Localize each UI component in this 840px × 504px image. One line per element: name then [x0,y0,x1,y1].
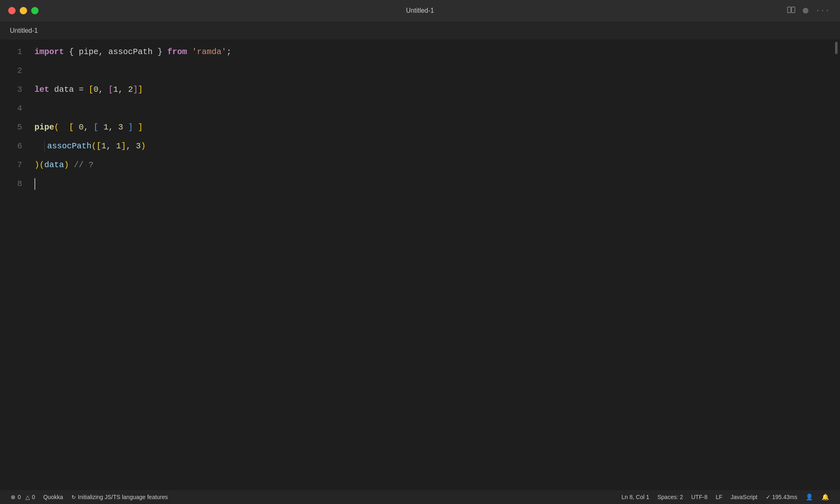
bell-icon: 🔔 [822,493,829,501]
token-let: let [34,80,49,99]
token-comment: // ? [74,156,94,175]
code-line-6: assocPath ( [ 1 , 1 ] , 3 ) [34,137,833,156]
scrollbar-thumb[interactable] [835,42,838,54]
spaces-text: Spaces: 2 [657,494,683,500]
warning-icon: △ [25,494,30,500]
more-actions-icon[interactable]: ··· [816,7,830,14]
sync-icon: ↻ [71,494,76,500]
status-position[interactable]: Ln 8, Col 1 [617,494,653,500]
line-number-7: 7 [0,156,22,175]
token-pipe: pipe [34,118,54,137]
quokka-label: Quokka [43,494,63,500]
status-line-ending[interactable]: LF [712,494,726,500]
line-numbers: 1 2 3 4 5 6 7 8 [0,40,30,490]
initializing-text: Initializing JS/TS language features [78,494,168,500]
position-text: Ln 8, Col 1 [621,494,649,500]
maximize-button[interactable] [31,7,39,14]
code-line-5: pipe ( [ 0 , [ 1 , 3 ] ] [34,118,833,137]
svg-rect-1 [792,7,795,13]
token-string-ramda: 'ramda' [192,43,226,61]
line-ending-text: LF [716,494,722,500]
line-number-2: 2 [0,61,22,80]
line-number-1: 1 [0,43,22,61]
error-icon: ⊗ [11,494,16,500]
code-line-1: import { pipe, assocPath } from 'ramda' … [34,43,833,61]
code-line-7: ) ( data ) // ? [34,156,833,175]
line-number-6: 6 [0,137,22,156]
token-assocpath: assocPath [47,137,91,156]
token-from: from [167,43,187,61]
code-line-2 [34,61,833,80]
code-line-4 [34,99,833,118]
svg-rect-0 [788,7,791,13]
token-import: import [34,43,64,61]
scrollbar[interactable] [833,40,840,490]
status-bar: ⊗ 0 △ 0 Quokka ↻ Initializing JS/TS lang… [0,490,840,504]
status-errors[interactable]: ⊗ 0 △ 0 [7,490,39,504]
person-icon: 👤 [806,493,813,501]
editor-header: Untitled-1 [0,21,840,40]
code-line-8 [34,175,833,193]
unsaved-indicator [803,8,808,14]
window-title: Untitled-1 [406,7,434,14]
status-feedback-icon[interactable]: 👤 [801,493,817,501]
status-initializing[interactable]: ↻ Initializing JS/TS language features [67,490,172,504]
status-timing[interactable]: ✓ 195.43ms [762,494,801,500]
indent-guide-6 [44,140,45,152]
warning-count: 0 [32,494,35,500]
cursor [34,178,35,190]
status-encoding[interactable]: UTF-8 [687,494,712,500]
code-line-3: let data = [ 0 , [ 1 , 2 ] ] [34,80,833,99]
token-data: data [44,156,64,175]
line-number-4: 4 [0,99,22,118]
status-right-section: Ln 8, Col 1 Spaces: 2 UTF-8 LF JavaScrip… [617,493,833,501]
encoding-text: UTF-8 [691,494,708,500]
code-editor[interactable]: import { pipe, assocPath } from 'ramda' … [30,40,833,490]
status-language[interactable]: JavaScript [726,494,761,500]
language-text: JavaScript [730,494,757,500]
editor-area: 1 2 3 4 5 6 7 8 import { pipe, assocPath… [0,40,840,490]
editor-tab[interactable]: Untitled-1 [10,27,38,34]
title-bar: Untitled-1 ··· [0,0,840,21]
traffic-lights [8,7,39,14]
status-notifications-icon[interactable]: 🔔 [817,493,833,501]
minimize-button[interactable] [20,7,27,14]
error-count: 0 [18,494,21,500]
line-number-8: 8 [0,175,22,193]
title-bar-actions: ··· [787,7,830,15]
timing-text: ✓ 195.43ms [766,494,797,500]
line-number-3: 3 [0,80,22,99]
status-spaces[interactable]: Spaces: 2 [653,494,687,500]
status-quokka[interactable]: Quokka [39,490,67,504]
line-number-5: 5 [0,118,22,137]
close-button[interactable] [8,7,16,14]
split-editor-icon[interactable] [787,7,795,15]
